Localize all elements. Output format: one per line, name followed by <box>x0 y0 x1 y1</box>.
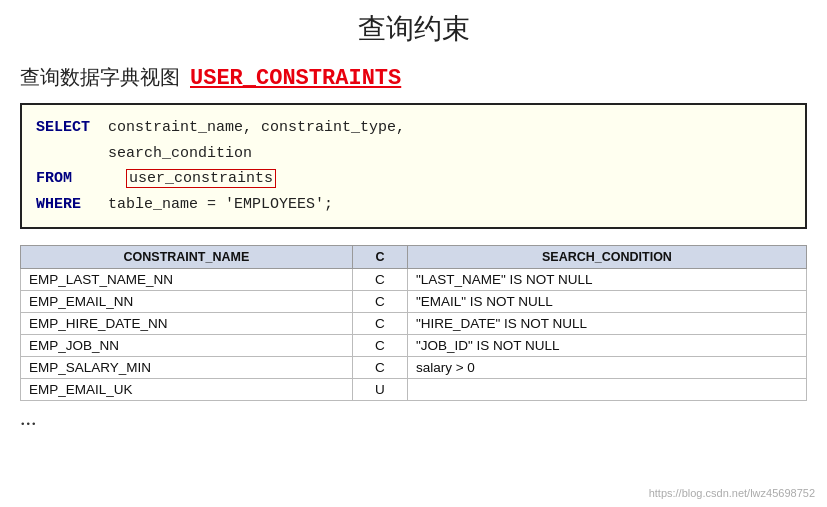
sql-select-line: SELECT constraint_name, constraint_type, <box>36 115 791 141</box>
table-row: EMP_EMAIL_UKU <box>21 379 807 401</box>
col-c: C <box>352 246 407 269</box>
table-cell: salary > 0 <box>407 357 806 379</box>
table-cell: "LAST_NAME" IS NOT NULL <box>407 269 806 291</box>
table-cell: EMP_SALARY_MIN <box>21 357 353 379</box>
table-header-row: CONSTRAINT_NAME C SEARCH_CONDITION <box>21 246 807 269</box>
table-row: EMP_HIRE_DATE_NNC"HIRE_DATE" IS NOT NULL <box>21 313 807 335</box>
table-row: EMP_EMAIL_NNC"EMAIL" IS NOT NULL <box>21 291 807 313</box>
table-cell: "EMAIL" IS NOT NULL <box>407 291 806 313</box>
table-cell: EMP_EMAIL_UK <box>21 379 353 401</box>
table-cell: "JOB_ID" IS NOT NULL <box>407 335 806 357</box>
table-cell: C <box>352 313 407 335</box>
table-cell: U <box>352 379 407 401</box>
table-cell: EMP_LAST_NAME_NN <box>21 269 353 291</box>
table-cell: EMP_JOB_NN <box>21 335 353 357</box>
subtitle-text: 查询数据字典视图 <box>20 64 180 91</box>
sql-where-keyword: WHERE <box>36 192 108 218</box>
sql-select-line2: search_condition <box>36 141 791 167</box>
subtitle-row: 查询数据字典视图 USER_CONSTRAINTS <box>20 64 807 91</box>
sql-box: SELECT constraint_name, constraint_type,… <box>20 103 807 229</box>
ellipsis: ... <box>20 405 807 431</box>
data-table: CONSTRAINT_NAME C SEARCH_CONDITION EMP_L… <box>20 245 807 401</box>
table-cell <box>407 379 806 401</box>
sql-select-code: constraint_name, constraint_type, <box>108 115 405 141</box>
sql-where-line: WHERE table_name = 'EMPLOYEES'; <box>36 192 791 218</box>
sql-from-keyword: FROM <box>36 166 108 192</box>
table-cell: C <box>352 291 407 313</box>
sql-from-table-wrapper: user_constraints <box>108 166 276 192</box>
subtitle-highlight: USER_CONSTRAINTS <box>190 66 401 91</box>
col-search-condition: SEARCH_CONDITION <box>407 246 806 269</box>
table-row: EMP_SALARY_MINCsalary > 0 <box>21 357 807 379</box>
sql-from-table: user_constraints <box>126 169 276 188</box>
sql-select-code2: search_condition <box>108 141 252 167</box>
table-header: CONSTRAINT_NAME C SEARCH_CONDITION <box>21 246 807 269</box>
sql-from-line: FROM user_constraints <box>36 166 791 192</box>
page-title: 查询约束 <box>20 10 807 48</box>
table-row: EMP_LAST_NAME_NNC"LAST_NAME" IS NOT NULL <box>21 269 807 291</box>
table-cell: C <box>352 357 407 379</box>
table-cell: EMP_HIRE_DATE_NN <box>21 313 353 335</box>
sql-where-code: table_name = 'EMPLOYEES'; <box>108 192 333 218</box>
col-constraint-name: CONSTRAINT_NAME <box>21 246 353 269</box>
table-cell: EMP_EMAIL_NN <box>21 291 353 313</box>
table-cell: C <box>352 335 407 357</box>
table-cell: C <box>352 269 407 291</box>
sql-select-keyword: SELECT <box>36 115 108 141</box>
watermark: https://blog.csdn.net/lwz45698752 <box>649 487 815 499</box>
table-row: EMP_JOB_NNC"JOB_ID" IS NOT NULL <box>21 335 807 357</box>
table-cell: "HIRE_DATE" IS NOT NULL <box>407 313 806 335</box>
table-body: EMP_LAST_NAME_NNC"LAST_NAME" IS NOT NULL… <box>21 269 807 401</box>
